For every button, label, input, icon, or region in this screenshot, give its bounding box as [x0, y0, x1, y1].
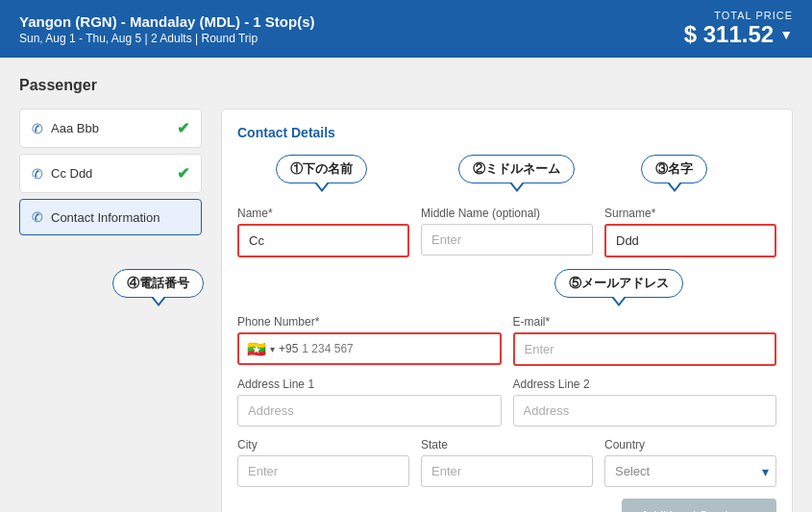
flag-icon: 🇲🇲 [247, 340, 266, 358]
state-input[interactable] [421, 455, 593, 487]
tooltip-3: ③名字 [641, 155, 707, 183]
header-right: TOTAL PRICE $ 311.52 ▼ [684, 10, 793, 48]
form-row-name: Name* Middle Name (optional) Surname* [237, 207, 776, 257]
address1-group: Address Line 1 [237, 378, 502, 427]
header-left: Yangon (RGN) - Mandalay (MDL) - 1 Stop(s… [19, 13, 315, 45]
phone-icon-1: ✆ [32, 121, 43, 136]
content-layout: ✆ Aaa Bbb ✔ ✆ Cc Ddd ✔ ✆ Contact Informa [19, 109, 793, 512]
address1-label: Address Line 1 [237, 378, 502, 391]
additional-btn-label: Additional Services [641, 508, 748, 512]
middle-name-input[interactable] [421, 224, 593, 256]
additional-services-button[interactable]: Additional Services › [622, 499, 776, 512]
email-input[interactable] [513, 332, 777, 366]
middle-name-label: Middle Name (optional) [421, 207, 593, 220]
check-icon-1: ✔ [177, 119, 189, 137]
phone-group: Phone Number* 🇲🇲 ▾ +95 [237, 315, 502, 366]
phone-icon-2: ✆ [32, 166, 43, 182]
tooltip-row-2: ④電話番号 ⑤メールアドレス [237, 269, 776, 311]
address1-input[interactable] [237, 395, 502, 427]
passenger-section-title: Passenger [19, 77, 793, 94]
address2-group: Address Line 2 [513, 378, 777, 427]
country-select[interactable]: Select [604, 455, 776, 487]
city-input[interactable] [237, 455, 409, 487]
total-label: TOTAL PRICE [684, 10, 793, 21]
state-group: State [421, 438, 593, 487]
name-label: Name* [237, 207, 409, 220]
name-group: Name* [237, 207, 409, 257]
page-wrapper: Yangon (RGN) - Mandalay (MDL) - 1 Stop(s… [0, 0, 812, 512]
footer-row: Additional Services › [237, 499, 776, 512]
form-row-city-state-country: City State Country Select ▾ [237, 438, 776, 487]
sidebar-label-3: Contact Information [51, 210, 160, 225]
surname-group: Surname* [604, 207, 776, 257]
state-label: State [421, 438, 593, 451]
phone-dropdown-arrow[interactable]: ▾ [270, 344, 275, 354]
phone-icon-3: ✆ [32, 209, 43, 225]
sidebar-label-2: Cc Ddd [51, 166, 92, 181]
sidebar-item-cc-ddd[interactable]: ✆ Cc Ddd ✔ [19, 154, 202, 193]
form-row-phone-email: Phone Number* 🇲🇲 ▾ +95 E-mail* [237, 315, 776, 366]
sidebar-label-1: Aaa Bbb [51, 121, 99, 135]
additional-btn-arrow: › [753, 508, 757, 512]
surname-label: Surname* [604, 207, 776, 220]
country-label: Country [604, 438, 776, 451]
sidebar: ✆ Aaa Bbb ✔ ✆ Cc Ddd ✔ ✆ Contact Informa [19, 109, 202, 512]
country-group: Country Select ▾ [604, 438, 776, 487]
header: Yangon (RGN) - Mandalay (MDL) - 1 Stop(s… [0, 0, 812, 58]
city-label: City [237, 438, 409, 451]
price-dropdown-arrow[interactable]: ▼ [779, 27, 793, 42]
panel-title: Contact Details [237, 125, 776, 140]
sidebar-item-contact-info[interactable]: ✆ Contact Information [19, 199, 202, 235]
route-title: Yangon (RGN) - Mandalay (MDL) - 1 Stop(s… [19, 13, 315, 30]
tooltip-1: ①下の名前 [276, 155, 367, 183]
name-input[interactable] [237, 224, 409, 257]
middle-name-group: Middle Name (optional) [421, 207, 593, 257]
city-group: City [237, 438, 409, 487]
contact-panel: Contact Details ①下の名前 ②ミドルネーム ③名字 [221, 109, 793, 512]
phone-prefix: +95 [279, 342, 298, 355]
tooltip-5: ⑤メールアドレス [554, 269, 683, 298]
main-content: Passenger ✆ Aaa Bbb ✔ ✆ Cc Ddd ✔ [0, 58, 812, 512]
address2-label: Address Line 2 [513, 378, 777, 391]
tooltip-row-1: ①下の名前 ②ミドルネーム ③名字 [237, 155, 776, 203]
tooltip-2: ②ミドルネーム [458, 155, 575, 183]
surname-input[interactable] [604, 224, 776, 257]
country-select-wrapper: Select ▾ [604, 455, 776, 487]
route-sub: Sun, Aug 1 - Thu, Aug 5 | 2 Adults | Rou… [19, 32, 315, 45]
price-row: $ 311.52 ▼ [684, 21, 793, 48]
total-price: $ 311.52 [684, 21, 774, 48]
phone-label: Phone Number* [237, 315, 502, 329]
check-icon-2: ✔ [177, 164, 189, 183]
phone-input[interactable] [302, 334, 491, 363]
tooltip-4: ④電話番号 [112, 269, 204, 298]
form-row-address: Address Line 1 Address Line 2 [237, 378, 776, 427]
phone-input-wrapper: 🇲🇲 ▾ +95 [237, 332, 502, 365]
sidebar-item-aaa-bbb[interactable]: ✆ Aaa Bbb ✔ [19, 109, 202, 148]
email-label: E-mail* [513, 315, 777, 329]
email-group: E-mail* [513, 315, 777, 366]
address2-input[interactable] [513, 395, 777, 427]
